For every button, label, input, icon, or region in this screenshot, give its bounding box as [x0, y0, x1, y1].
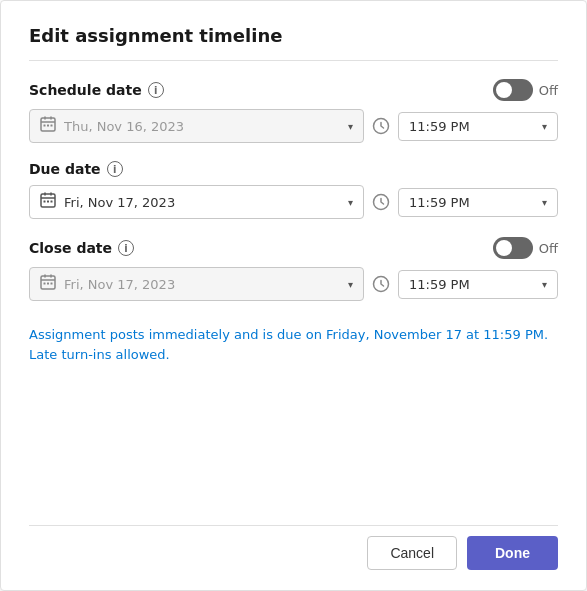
- schedule-date-info-icon[interactable]: i: [148, 82, 164, 98]
- due-time-picker[interactable]: 11:59 PM ▾: [398, 188, 558, 217]
- close-time-value: 11:59 PM: [409, 277, 534, 292]
- svg-rect-13: [51, 283, 53, 285]
- svg-rect-2: [47, 125, 49, 127]
- schedule-date-label-group: Schedule date i: [29, 82, 164, 98]
- close-date-header: Close date i Off: [29, 237, 558, 259]
- schedule-date-chevron-icon: ▾: [348, 121, 353, 132]
- schedule-time-picker[interactable]: 11:59 PM ▾: [398, 112, 558, 141]
- schedule-date-picker[interactable]: Thu, Nov 16, 2023 ▾: [29, 109, 364, 143]
- schedule-date-value: Thu, Nov 16, 2023: [64, 119, 340, 134]
- schedule-date-header: Schedule date i Off: [29, 79, 558, 101]
- close-date-calendar-icon: [40, 274, 56, 294]
- svg-rect-6: [44, 201, 46, 203]
- due-date-value: Fri, Nov 17, 2023: [64, 195, 340, 210]
- svg-rect-12: [47, 283, 49, 285]
- due-date-label-group: Due date i: [29, 161, 123, 177]
- due-time-chevron-icon: ▾: [542, 197, 547, 208]
- due-date-calendar-icon: [40, 192, 56, 212]
- edit-assignment-timeline-dialog: Edit assignment timeline Schedule date i…: [0, 0, 587, 591]
- svg-rect-1: [44, 125, 46, 127]
- cancel-button[interactable]: Cancel: [367, 536, 457, 570]
- close-date-toggle-group: Off: [493, 237, 558, 259]
- due-date-clock-icon: [372, 193, 390, 211]
- close-time-chevron-icon: ▾: [542, 279, 547, 290]
- due-date-label: Due date: [29, 161, 101, 177]
- schedule-date-section: Schedule date i Off: [29, 79, 558, 143]
- close-date-toggle[interactable]: [493, 237, 533, 259]
- due-date-chevron-icon: ▾: [348, 197, 353, 208]
- close-date-info-icon[interactable]: i: [118, 240, 134, 256]
- close-date-toggle-knob: [496, 240, 512, 256]
- close-date-value: Fri, Nov 17, 2023: [64, 277, 340, 292]
- schedule-date-toggle-label: Off: [539, 83, 558, 98]
- close-date-section: Close date i Off: [29, 237, 558, 301]
- close-date-label: Close date: [29, 240, 112, 256]
- dialog-title: Edit assignment timeline: [29, 25, 558, 61]
- schedule-date-clock-icon: [372, 117, 390, 135]
- due-time-value: 11:59 PM: [409, 195, 534, 210]
- schedule-time-chevron-icon: ▾: [542, 121, 547, 132]
- schedule-date-toggle-knob: [496, 82, 512, 98]
- due-date-picker[interactable]: Fri, Nov 17, 2023 ▾: [29, 185, 364, 219]
- schedule-date-fields: Thu, Nov 16, 2023 ▾ 11:59 PM ▾: [29, 109, 558, 143]
- svg-rect-7: [47, 201, 49, 203]
- close-time-picker[interactable]: 11:59 PM ▾: [398, 270, 558, 299]
- due-date-info-icon[interactable]: i: [107, 161, 123, 177]
- schedule-date-calendar-icon: [40, 116, 56, 136]
- close-date-fields: Fri, Nov 17, 2023 ▾ 11:59 PM ▾: [29, 267, 558, 301]
- due-date-fields: Fri, Nov 17, 2023 ▾ 11:59 PM ▾: [29, 185, 558, 219]
- schedule-date-toggle-group: Off: [493, 79, 558, 101]
- schedule-time-value: 11:59 PM: [409, 119, 534, 134]
- due-date-section: Due date i Fri, Nov 17, 2023 ▾: [29, 161, 558, 219]
- schedule-date-label: Schedule date: [29, 82, 142, 98]
- close-date-clock-icon: [372, 275, 390, 293]
- assignment-info-text: Assignment posts immediately and is due …: [29, 325, 558, 364]
- svg-rect-11: [44, 283, 46, 285]
- close-date-toggle-label: Off: [539, 241, 558, 256]
- close-date-picker[interactable]: Fri, Nov 17, 2023 ▾: [29, 267, 364, 301]
- svg-rect-8: [51, 201, 53, 203]
- schedule-date-toggle[interactable]: [493, 79, 533, 101]
- close-date-chevron-icon: ▾: [348, 279, 353, 290]
- svg-rect-3: [51, 125, 53, 127]
- done-button[interactable]: Done: [467, 536, 558, 570]
- dialog-footer: Cancel Done: [29, 525, 558, 570]
- due-date-header: Due date i: [29, 161, 558, 177]
- close-date-label-group: Close date i: [29, 240, 134, 256]
